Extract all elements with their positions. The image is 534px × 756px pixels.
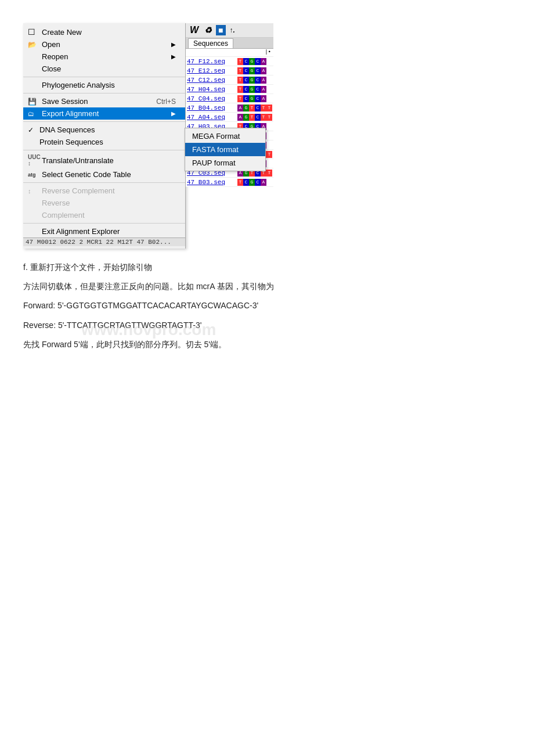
para2: 先找 Forward 5'端，此时只找到的部分序列。切去 5'端。: [23, 337, 511, 352]
seq-block: G: [249, 58, 255, 65]
seq-block: T: [261, 105, 266, 111]
seq-block: C: [255, 77, 261, 84]
seq-block: C: [243, 95, 249, 102]
reverse-primer: Reverse: 5'-TTCATTGCRTAGTTWGGRTAGTT-3' w…: [23, 318, 511, 333]
seq-block: C: [255, 67, 261, 74]
file-new-icon: ☐: [28, 27, 39, 37]
seq-block: C: [243, 86, 249, 93]
menu-label-exit-alignment: Exit Alignment Explorer: [42, 227, 120, 236]
reverse-complement-icon: ↕: [28, 188, 39, 195]
seq-block: G: [249, 86, 255, 93]
seq-row: 47 H04.seqTCGCA: [186, 85, 273, 94]
seq-blocks: TCGCA: [237, 77, 266, 84]
seq-block: T: [237, 58, 243, 65]
forward-primer: Forward: 5'-GGTGGTGTMGGATTCACACARTAYGCWA…: [23, 298, 511, 313]
menu-label-reverse: Reverse: [42, 199, 70, 207]
menu-item-protein-sequences[interactable]: Protein Sequences: [23, 136, 185, 148]
seq-name[interactable]: 47 C12.seq: [187, 77, 236, 84]
seq-block: T: [237, 77, 243, 84]
seq-name[interactable]: 47 B04.seq: [187, 105, 236, 111]
reverse-primer-text: Reverse: 5'-TTCATTGCRTAGTTWGGRTAGTT-3': [23, 321, 201, 330]
menu-item-export-alignment[interactable]: 🗂 Export Alignment ▶: [23, 107, 185, 120]
menu-label-create-new: Create New: [42, 28, 82, 37]
seq-block: C: [243, 67, 249, 74]
menu-separator-3: [23, 121, 185, 122]
seq-name[interactable]: 47 E12.seq: [187, 67, 236, 74]
menu-separator-2: [23, 93, 185, 93]
toolbar-undo-button[interactable]: ♻: [203, 25, 214, 35]
menu-label-open: Open: [42, 40, 60, 49]
dropdown-menu: ☐ Create New 📂 Open ▶ Reopen ▶ Close: [23, 23, 186, 249]
seq-name[interactable]: 47 F12.seq: [187, 58, 236, 65]
menu-item-dna-sequences[interactable]: ✓ DNA Sequences: [23, 124, 185, 136]
seq-block: A: [261, 58, 266, 65]
seq-block: G: [243, 105, 249, 111]
toolbar-w-button[interactable]: W: [188, 24, 200, 36]
menu-label-reverse-complement: Reverse Complement: [42, 186, 115, 195]
seq-block: A: [237, 105, 243, 111]
seq-block: A: [261, 86, 266, 93]
column-indicator: |•: [186, 49, 273, 57]
menu-label-reopen: Reopen: [42, 52, 68, 61]
seq-tab-bar: Sequences: [186, 38, 273, 49]
menu-label-dna-sequences: DNA Sequences: [39, 125, 95, 134]
seq-name[interactable]: 47 C04.seq: [187, 95, 236, 102]
text-content: f. 重新打开这个文件，开始切除引物 方法同切载体，但是要注意正反向的问题。比如…: [23, 260, 511, 352]
shortcut-save: Ctrl+S: [145, 98, 176, 106]
toolbar-save-button[interactable]: ■: [216, 25, 225, 35]
seq-block: T: [266, 151, 272, 158]
menu-item-save-session[interactable]: 💾 Save Session Ctrl+S: [23, 95, 185, 107]
seq-blocks: TCGCA: [237, 86, 266, 93]
seq-block: A: [237, 114, 243, 121]
screenshot-area: ☐ Create New 📂 Open ▶ Reopen ▶ Close: [23, 23, 511, 352]
seq-block: G: [249, 95, 255, 102]
submenu-arrow-reopen: ▶: [171, 53, 176, 60]
seq-name[interactable]: 47 B03.seq: [187, 179, 236, 186]
submenu-item-mega[interactable]: MEGA Format: [185, 129, 265, 143]
menu-item-reopen[interactable]: Reopen ▶: [23, 51, 185, 63]
menu-item-create-new[interactable]: ☐ Create New: [23, 26, 185, 38]
sequences-tab[interactable]: Sequences: [188, 38, 233, 48]
status-bar: 47 M0012 0622 2 MCR1 22 M12T 47 B02...: [23, 237, 185, 246]
open-icon: 📂: [28, 41, 39, 49]
seq-name[interactable]: 47 A04.seq: [187, 114, 236, 121]
seq-row: 47 C04.seqTCGCA: [186, 94, 273, 103]
seq-blocks: TCGCA: [237, 58, 266, 65]
seq-block: C: [243, 77, 249, 84]
seq-block: T: [237, 86, 243, 93]
seq-block: C: [243, 58, 249, 65]
seq-block: C: [255, 114, 261, 121]
label-f: f. 重新打开这个文件，开始切除引物: [23, 260, 511, 275]
toolbar-up-button[interactable]: ↑.: [228, 26, 237, 35]
submenu-arrow-open: ▶: [171, 41, 176, 48]
menu-label-genetic-code: Select Genetic Code Table: [42, 170, 131, 179]
menu-item-translate[interactable]: UUC↕ Translate/Untranslate: [23, 152, 185, 168]
submenu-item-paup[interactable]: PAUP format: [185, 156, 265, 170]
seq-block: C: [255, 86, 261, 93]
seq-block: T: [261, 114, 266, 121]
seq-block: A: [261, 95, 266, 102]
menu-item-complement: Complement: [23, 209, 185, 221]
seq-block: T: [237, 95, 243, 102]
checkmark-dna: ✓: [28, 126, 39, 134]
menu-separator-4: [23, 150, 185, 150]
menu-item-reverse: Reverse: [23, 197, 185, 209]
seq-name[interactable]: 47 H04.seq: [187, 86, 236, 93]
menu-item-close[interactable]: Close: [23, 63, 185, 75]
menu-item-open[interactable]: 📂 Open ▶: [23, 38, 185, 51]
seq-row: 47 F12.seqTCGCA: [186, 57, 273, 66]
para1: 方法同切载体，但是要注意正反向的问题。比如 mcrA 基因，其引物为: [23, 279, 511, 294]
seq-block: T: [249, 105, 255, 111]
menu-separator-1: [23, 77, 185, 77]
seq-block: C: [255, 58, 261, 65]
menu-item-phylogenetic[interactable]: Phylogenetic Analysis: [23, 79, 185, 91]
seq-row: 47 E12.seqTCGCA: [186, 66, 273, 75]
menu-separator-5: [23, 182, 185, 183]
seq-row: 47 B03.seqTCGCA: [186, 178, 273, 187]
menu-label-translate: Translate/Untranslate: [42, 156, 114, 165]
submenu-item-fasta[interactable]: FASTA format: [185, 143, 265, 156]
status-text: 47 M0012 0622 2 MCR1 22 M12T 47 B02...: [26, 239, 171, 246]
seq-blocks: TCGCA: [237, 179, 266, 186]
menu-item-genetic-code[interactable]: atg Select Genetic Code Table: [23, 168, 185, 181]
menu-item-exit-alignment[interactable]: Exit Alignment Explorer: [23, 225, 185, 237]
